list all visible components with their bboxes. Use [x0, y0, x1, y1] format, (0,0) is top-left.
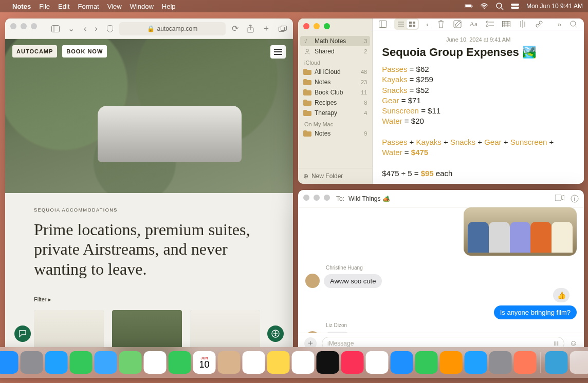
format-icon[interactable]: Aa: [469, 19, 479, 29]
back-button[interactable]: ‹: [81, 23, 89, 34]
folder-section-icloud[interactable]: iCloud: [298, 56, 372, 67]
dock-app-music[interactable]: [341, 351, 364, 374]
share-icon[interactable]: [245, 25, 256, 33]
shield-icon[interactable]: [105, 25, 115, 32]
dock-app-mail[interactable]: [95, 351, 117, 374]
menu-edit[interactable]: Edit: [58, 3, 69, 10]
message-bubble[interactable]: I am!: [324, 332, 351, 333]
info-icon[interactable]: [571, 195, 579, 203]
zoom-button[interactable]: [31, 23, 37, 29]
menu-file[interactable]: File: [39, 3, 50, 10]
media-icon[interactable]: [518, 19, 528, 29]
back-icon[interactable]: ‹: [425, 20, 429, 29]
new-folder-button[interactable]: ⊕New Folder: [298, 168, 372, 184]
grid-view-icon[interactable]: [407, 20, 418, 29]
folder-all-icloud[interactable]: All iCloud48: [298, 67, 372, 77]
close-button[interactable]: [303, 23, 309, 29]
accessibility-fab[interactable]: [267, 325, 284, 342]
dock-app-launchpad[interactable]: [21, 351, 43, 374]
dock-app-contacts[interactable]: [218, 351, 241, 374]
dock-app-safari[interactable]: [45, 351, 68, 374]
site-menu-button[interactable]: [270, 45, 286, 59]
list-view-icon[interactable]: [395, 20, 407, 29]
dock-downloads[interactable]: [545, 351, 568, 374]
trash-icon[interactable]: [436, 19, 446, 29]
folder-shared[interactable]: Shared2: [298, 46, 372, 56]
zoom-button[interactable]: [324, 195, 330, 201]
facetime-video-icon[interactable]: [555, 195, 564, 203]
new-note-icon[interactable]: [452, 19, 463, 29]
chevron-down-icon[interactable]: ⌄: [66, 24, 77, 33]
menu-window[interactable]: Window: [130, 3, 154, 10]
dock-app-freeform[interactable]: [292, 351, 315, 374]
reload-icon[interactable]: ⟳: [230, 24, 241, 33]
thread-name[interactable]: Wild Things 🏕️: [348, 195, 390, 202]
note-body[interactable]: June 10, 2024 at 9:41 AM Sequoia Group E…: [373, 30, 584, 184]
dock-app-news[interactable]: [366, 351, 389, 374]
forward-button[interactable]: ›: [91, 23, 100, 34]
avatar[interactable]: [305, 274, 320, 288]
dock-app-calendar[interactable]: JUN10: [193, 351, 216, 374]
wifi-icon[interactable]: [480, 2, 488, 10]
view-segmented-control[interactable]: [394, 18, 419, 30]
zoom-button[interactable]: [324, 23, 330, 29]
tabs-overview-icon[interactable]: [277, 26, 289, 32]
folder-recipes[interactable]: Recipes8: [298, 98, 372, 108]
link-icon[interactable]: [534, 19, 544, 29]
battery-icon[interactable]: [465, 2, 473, 10]
messages-thread[interactable]: Christine HuangAwww soo cute👍Is anyone b…: [298, 207, 584, 333]
tapback-reaction[interactable]: 👍: [553, 288, 569, 302]
more-icon[interactable]: »: [557, 20, 562, 29]
menu-help[interactable]: Help: [162, 3, 176, 10]
dock-app-maps[interactable]: [119, 351, 142, 374]
control-center-icon[interactable]: [511, 2, 519, 10]
dock-app-finder[interactable]: [0, 351, 19, 374]
dock-app-facetime[interactable]: [169, 351, 191, 374]
dock-app-appstore[interactable]: [465, 351, 487, 374]
minimize-button[interactable]: [314, 23, 320, 29]
book-now-button[interactable]: BOOK NOW: [62, 45, 107, 58]
dock-app-pages[interactable]: [440, 351, 463, 374]
spotlight-icon[interactable]: [495, 2, 504, 10]
app-menu[interactable]: Notes: [12, 3, 31, 10]
menu-view[interactable]: View: [107, 3, 122, 10]
sidebar-toggle-icon[interactable]: [49, 25, 62, 32]
search-icon[interactable]: [568, 19, 579, 29]
folder-math-notes[interactable]: √Math Notes3: [300, 36, 370, 46]
folder-notes[interactable]: Notes9: [298, 128, 372, 139]
message-photo-attachment[interactable]: [464, 207, 577, 256]
emoji-picker-icon[interactable]: ☺: [569, 339, 578, 348]
dock-trash[interactable]: [570, 351, 589, 374]
chat-fab[interactable]: [14, 325, 31, 342]
dock-app-settings[interactable]: [489, 351, 512, 374]
audio-waveform-icon[interactable]: ⦀⦀: [554, 340, 559, 347]
folder-book-club[interactable]: Book Club11: [298, 87, 372, 98]
folder-section-on-my-mac[interactable]: On My Mac: [298, 118, 372, 128]
clock[interactable]: Mon Jun 10 9:41 AM: [526, 3, 583, 10]
menu-format[interactable]: Format: [78, 3, 99, 10]
site-logo[interactable]: AUTOCAMP: [12, 45, 57, 58]
new-tab-icon[interactable]: ＋: [260, 23, 272, 34]
dock-app-messages[interactable]: [70, 351, 93, 374]
minimize-button[interactable]: [314, 195, 320, 201]
folder-notes[interactable]: Notes23: [298, 77, 372, 87]
dock-app-numbers[interactable]: [415, 351, 438, 374]
filter-button[interactable]: Filter ▸: [34, 296, 264, 303]
sidebar-toggle-icon[interactable]: [378, 19, 388, 29]
message-bubble[interactable]: Awww soo cute: [324, 274, 382, 288]
address-bar[interactable]: 🔒autocamp.com: [119, 22, 226, 35]
avatar[interactable]: [305, 331, 320, 333]
dock-app-reminders[interactable]: [243, 351, 265, 374]
dock-app-phone-widget[interactable]: [514, 351, 537, 374]
dock-app-tv[interactable]: [317, 351, 339, 374]
dock-app-iphone-mirror[interactable]: [391, 351, 413, 374]
dock-app-photos[interactable]: [144, 351, 167, 374]
close-button[interactable]: [303, 195, 309, 201]
folder-therapy[interactable]: Therapy4: [298, 108, 372, 118]
checklist-icon[interactable]: [485, 19, 495, 29]
close-button[interactable]: [10, 23, 16, 29]
message-bubble[interactable]: Is anyone bringing film?: [494, 305, 577, 319]
table-icon[interactable]: [501, 19, 511, 29]
dock-app-notes[interactable]: [267, 351, 290, 374]
minimize-button[interactable]: [21, 23, 27, 29]
